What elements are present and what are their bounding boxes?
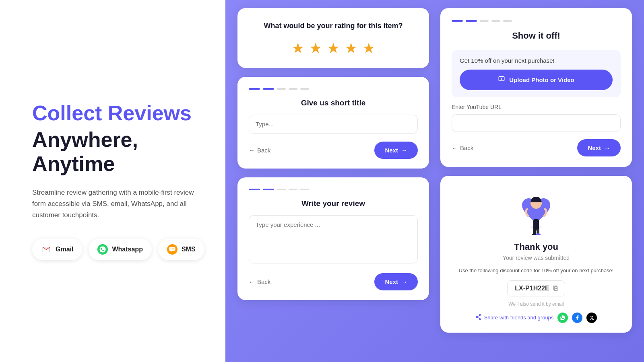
dot-s3 — [480, 20, 489, 22]
svg-rect-11 — [533, 219, 539, 230]
x-share-icon[interactable] — [586, 313, 597, 323]
review-back-button[interactable]: ← Back — [249, 278, 270, 285]
svg-point-7 — [173, 249, 174, 249]
dot-s1 — [452, 20, 463, 22]
svg-point-16 — [536, 233, 541, 235]
share-row: Share with friends and groups — [450, 313, 622, 323]
discount-text: Get 10% off on your next purchase! — [460, 57, 613, 64]
star-4[interactable]: ★ — [345, 40, 357, 57]
title-card-actions: ← Back Next → — [249, 142, 418, 159]
dot-r2 — [263, 189, 274, 190]
svg-line-21 — [477, 315, 479, 317]
facebook-share-icon[interactable] — [572, 313, 582, 323]
showoff-next-button[interactable]: Next → — [577, 139, 621, 156]
right-panel: What would be your rating for this item?… — [225, 0, 644, 362]
dot-r1 — [249, 189, 260, 190]
star-5[interactable]: ★ — [362, 40, 375, 57]
svg-point-6 — [172, 249, 173, 249]
discount-code-box: LX-P1H22E ⎘ — [507, 280, 565, 296]
sms-icon — [167, 244, 178, 255]
review-card-label: Write your review — [249, 199, 418, 208]
whatsapp-label: Whatsapp — [112, 246, 142, 253]
svg-point-17 — [479, 314, 481, 316]
upload-button[interactable]: Upload Photo or Video — [460, 70, 613, 90]
next-arrow-icon: → — [401, 147, 407, 154]
sms-label: SMS — [182, 246, 196, 253]
whatsapp-share-icon[interactable] — [557, 313, 568, 323]
svg-marker-9 — [501, 78, 503, 80]
whatsapp-badge[interactable]: Whatsapp — [89, 239, 151, 260]
star-rating[interactable]: ★ ★ ★ ★ ★ — [249, 40, 418, 57]
dot-s4 — [491, 20, 500, 22]
subtitle: Anywhere,Anytime — [32, 128, 201, 176]
dot-1 — [249, 88, 260, 90]
back-arrow-icon-3: ← — [452, 144, 458, 151]
rating-card: What would be your rating for this item?… — [237, 8, 429, 68]
review-card: Write your review ← Back Next → — [237, 177, 429, 300]
share-label[interactable]: Share with friends and groups — [475, 314, 554, 321]
progress-dots-showoff — [452, 20, 621, 22]
gmail-icon — [41, 244, 52, 255]
back-arrow-icon-2: ← — [249, 278, 255, 285]
progress-dots-title — [249, 88, 418, 90]
person-illustration — [516, 187, 556, 235]
title-card-label: Give us short title — [249, 99, 418, 107]
dot-s5 — [503, 20, 512, 22]
progress-dots-review — [249, 189, 418, 190]
dot-r5 — [300, 189, 309, 190]
right-column: Show it off! Get 10% off on your next pu… — [440, 8, 632, 354]
dot-4 — [289, 88, 297, 90]
dot-3 — [277, 88, 286, 90]
showoff-card-actions: ← Back Next → — [452, 139, 621, 156]
review-next-button[interactable]: Next → — [374, 273, 418, 290]
dot-r3 — [277, 189, 286, 190]
left-panel: Collect Reviews Anywhere,Anytime Streaml… — [0, 0, 225, 362]
next-arrow-icon-2: → — [401, 278, 407, 285]
rating-question: What would be your rating for this item? — [249, 21, 418, 31]
copy-icon[interactable]: ⎘ — [553, 285, 557, 292]
channel-badges: Gmail Whatsapp — [32, 239, 201, 260]
thankyou-discount-info: Use the following discount code for 10% … — [450, 267, 622, 275]
title-back-button[interactable]: ← Back — [249, 147, 270, 154]
dot-2 — [263, 88, 274, 90]
review-textarea[interactable] — [249, 215, 418, 263]
thankyou-card: Thank you Your review was submitted Use … — [440, 176, 632, 333]
dot-s2 — [466, 20, 477, 22]
thankyou-subtitle: Your review was submitted — [450, 255, 622, 261]
review-card-actions: ← Back Next → — [249, 273, 418, 290]
gmail-badge[interactable]: Gmail — [32, 239, 82, 260]
svg-point-19 — [479, 318, 481, 320]
discount-code: LX-P1H22E — [515, 285, 549, 292]
title-input[interactable] — [249, 115, 418, 134]
showoff-card: Show it off! Get 10% off on your next pu… — [440, 8, 632, 167]
showoff-title: Show it off! — [452, 31, 621, 41]
star-2[interactable]: ★ — [309, 40, 322, 57]
star-1[interactable]: ★ — [291, 40, 304, 57]
next-arrow-icon-3: → — [604, 144, 610, 151]
youtube-label: Enter YouTube URL — [452, 104, 621, 110]
discount-box: Get 10% off on your next purchase! Uploa… — [452, 50, 621, 97]
title-card: Give us short title ← Back Next → — [237, 77, 429, 169]
svg-point-18 — [476, 316, 478, 318]
sms-badge[interactable]: SMS — [158, 239, 204, 260]
youtube-input[interactable] — [452, 114, 621, 132]
showoff-back-button[interactable]: ← Back — [452, 144, 473, 151]
back-arrow-icon: ← — [249, 147, 255, 154]
title-next-button[interactable]: Next → — [374, 142, 418, 159]
page-title: Collect Reviews — [32, 102, 201, 125]
center-column: What would be your rating for this item?… — [237, 8, 429, 354]
thankyou-title: Thank you — [450, 242, 622, 252]
svg-line-20 — [477, 317, 479, 319]
dot-5 — [300, 88, 309, 90]
upload-icon — [498, 76, 505, 84]
star-3[interactable]: ★ — [327, 40, 340, 57]
whatsapp-icon — [97, 244, 108, 255]
share-icon — [475, 314, 482, 321]
svg-point-5 — [171, 249, 171, 249]
email-note: We'll also send it by email — [450, 301, 622, 307]
dot-r4 — [289, 189, 297, 190]
description: Streamline review gathering with a mobil… — [32, 187, 201, 221]
gmail-label: Gmail — [56, 246, 73, 253]
